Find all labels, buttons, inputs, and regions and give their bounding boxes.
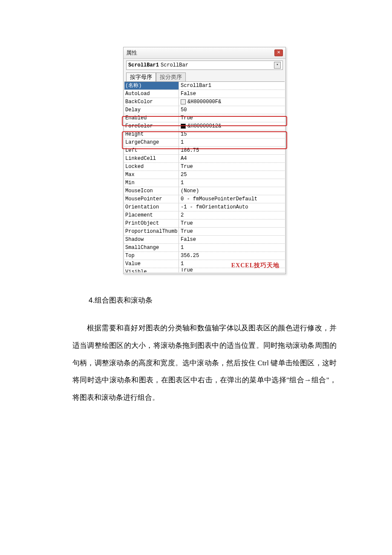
property-name: ForeColor [124, 122, 179, 130]
property-name: Locked [124, 163, 179, 171]
property-value[interactable]: 186.75 [179, 147, 285, 154]
property-value-text: &H8000000F& [187, 98, 221, 106]
properties-window: 属性 ✕ ScrollBar1 ScrollBar ▾ 按字母序 按分类序 (名… [123, 47, 286, 274]
property-value-text: 1 [181, 179, 184, 187]
property-name: SmallChange [124, 244, 179, 251]
property-name: MousePointer [124, 195, 179, 203]
property-row[interactable]: ForeColor&H80000012& [124, 122, 285, 130]
property-name: LargeChange [124, 139, 179, 146]
property-value[interactable]: ScrollBar1 [179, 82, 285, 90]
property-value-text: 186.75 [181, 147, 199, 154]
property-row[interactable]: LinkedCellA4 [124, 155, 285, 163]
property-value[interactable]: (None) [179, 187, 285, 195]
property-value-text: 2 [181, 211, 184, 219]
property-row[interactable]: Top356.25 [124, 252, 285, 260]
property-value-text: -1 - fmOrientationAuto [181, 203, 248, 211]
property-value[interactable]: 2 [179, 211, 285, 219]
property-value-text: &H80000012& [187, 122, 221, 130]
object-dropdown[interactable]: ScrollBar1 ScrollBar ▾ [126, 61, 283, 70]
property-value[interactable]: True [179, 220, 285, 227]
property-value-text: 356.25 [181, 252, 199, 260]
property-value[interactable]: 356.25 [179, 252, 285, 260]
property-name: Placement [124, 211, 179, 219]
property-name: Visible [124, 268, 179, 272]
property-row[interactable]: SmallChange1 [124, 244, 285, 252]
property-value-text: False [181, 236, 196, 243]
property-value-text: False [181, 90, 196, 98]
property-value-text: 15 [181, 130, 187, 138]
property-name: Height [124, 130, 179, 138]
property-name: PrintObject [124, 220, 179, 227]
property-value[interactable]: False [179, 236, 285, 243]
property-name: Orientation [124, 203, 179, 211]
property-row[interactable]: Max25 [124, 171, 285, 179]
object-name: ScrollBar1 [128, 62, 159, 68]
property-value[interactable]: 1 [179, 139, 285, 146]
property-name: Left [124, 147, 179, 154]
property-value[interactable]: 1 [179, 244, 285, 251]
property-row[interactable]: MousePointer0 - fmMousePointerDefault [124, 195, 285, 203]
object-type: ScrollBar [161, 62, 188, 68]
property-name: ProportionalThumb [124, 228, 179, 235]
property-name: MouseIcon [124, 187, 179, 195]
property-row[interactable]: Delay50 [124, 106, 285, 114]
property-value[interactable]: 25 [179, 171, 285, 179]
property-value-text: True [181, 220, 193, 227]
property-row[interactable]: Orientation-1 - fmOrientationAuto [124, 203, 285, 211]
titlebar: 属性 ✕ [124, 47, 285, 59]
property-row[interactable]: Left186.75 [124, 147, 285, 155]
close-icon[interactable]: ✕ [274, 49, 283, 56]
property-row[interactable]: AutoLoadFalse [124, 90, 285, 98]
property-name: Value [124, 260, 179, 268]
property-row[interactable]: PrintObjectTrue [124, 220, 285, 228]
property-name: Delay [124, 106, 179, 114]
property-value[interactable]: 1 [179, 179, 285, 187]
body-paragraph: 根据需要和喜好对图表的分类轴和数值轴字体以及图表区的颜色进行修改，并适当调整绘图… [72, 320, 337, 407]
property-row[interactable]: LockedTrue [124, 163, 285, 171]
property-name: Min [124, 179, 179, 187]
property-row[interactable]: Min1 [124, 179, 285, 187]
chevron-down-icon[interactable]: ▾ [274, 62, 281, 69]
watermark: EXCEL技巧天地 [231, 262, 280, 269]
property-value-text: A4 [181, 155, 187, 162]
property-value[interactable]: 15 [179, 130, 285, 138]
property-value[interactable]: A4 [179, 155, 285, 162]
property-value[interactable]: &H8000000F& [179, 98, 285, 106]
property-value-text: True [181, 268, 193, 273]
property-value[interactable]: 50 [179, 106, 285, 114]
property-value[interactable]: True [179, 228, 285, 235]
property-row[interactable]: LargeChange1 [124, 139, 285, 147]
property-row[interactable]: MouseIcon(None) [124, 187, 285, 195]
property-row[interactable]: ShadowFalse [124, 236, 285, 244]
tab-alphabetic[interactable]: 按字母序 [126, 72, 156, 81]
property-row[interactable]: Height15 [124, 130, 285, 139]
tab-categorized[interactable]: 按分类序 [156, 72, 186, 81]
property-row[interactable]: EnabledTrue [124, 114, 285, 122]
property-name: Max [124, 171, 179, 179]
tabs: 按字母序 按分类序 [124, 72, 285, 81]
property-name: AutoLoad [124, 90, 179, 98]
property-name: Enabled [124, 114, 179, 122]
color-swatch-icon [181, 99, 186, 104]
property-row[interactable]: Placement2 [124, 211, 285, 220]
property-value-text: 1 [181, 260, 184, 268]
property-row[interactable]: (名称)ScrollBar1 [124, 82, 285, 90]
property-value-text: True [181, 163, 193, 171]
property-value-text: 25 [181, 171, 187, 179]
property-value[interactable]: False [179, 90, 285, 98]
property-row[interactable]: BackColor&H8000000F& [124, 98, 285, 106]
section-heading: 4.组合图表和滚动条 [89, 295, 337, 305]
property-value[interactable]: True [179, 163, 285, 171]
property-value[interactable]: True [179, 114, 285, 122]
property-value[interactable]: &H80000012& [179, 122, 285, 130]
property-value-text: 1 [181, 139, 184, 146]
property-name: Shadow [124, 236, 179, 243]
property-value-text: (None) [181, 187, 199, 195]
property-value-text: True [181, 114, 193, 122]
property-value-text: 50 [181, 106, 187, 114]
property-value-text: 0 - fmMousePointerDefault [181, 195, 257, 203]
property-value[interactable]: -1 - fmOrientationAuto [179, 203, 285, 211]
property-row[interactable]: ProportionalThumbTrue [124, 228, 285, 236]
property-grid: (名称)ScrollBar1AutoLoadFalseBackColor&H80… [124, 81, 285, 273]
property-value[interactable]: 0 - fmMousePointerDefault [179, 195, 285, 203]
